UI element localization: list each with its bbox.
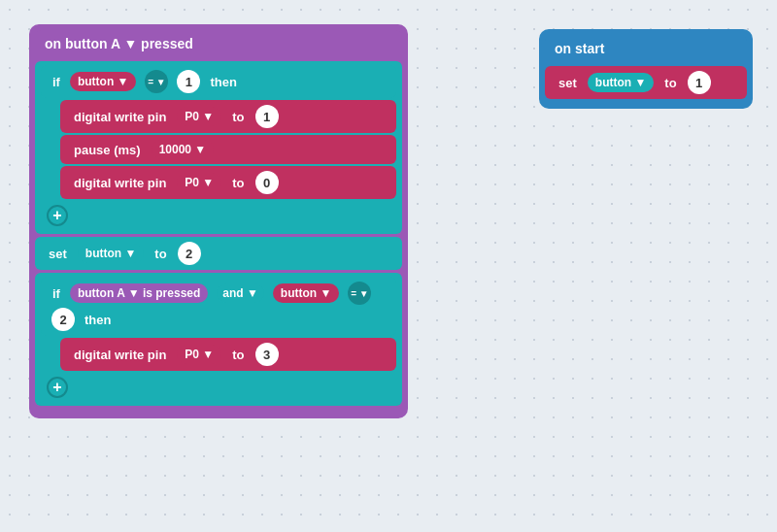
if-label-2: if [52,286,60,301]
value-1[interactable]: 1 [177,70,200,93]
if-body-1: digital write pin P0 ▼ to 1 pause (ms) 1… [60,100,396,199]
plus-row-2: + [41,373,396,402]
pin-p0-2[interactable]: P0 ▼ [177,173,221,192]
digital-write-2: digital write pin P0 ▼ to 0 [60,166,396,199]
on-start-header: on start [545,35,747,62]
set-var-pill[interactable]: button ▼ [78,244,145,263]
button-condition-pill[interactable]: button ▼ [70,72,137,91]
plus-row-1: + [41,201,396,230]
on-button-pressed-header[interactable]: on button A ▼ pressed [35,30,402,57]
add-block-btn-1[interactable]: + [47,205,68,226]
value-2[interactable]: 2 [51,308,75,331]
if-row-2: if button A ▼ is pressed and ▼ button ▼ … [41,277,396,336]
write-val-2[interactable]: 0 [255,171,279,194]
main-block: on button A ▼ pressed if button ▼ = ▼ 1 … [29,24,408,418]
if-row-1: if button ▼ = ▼ 1 then [41,65,396,98]
digital-write-1: digital write pin P0 ▼ to 1 [60,100,396,133]
if-body-2: digital write pin P0 ▼ to 3 [60,338,396,371]
pause-ms[interactable]: 10000 ▼ [152,140,215,159]
add-block-btn-2[interactable]: + [47,377,68,398]
pin-p0-3[interactable]: P0 ▼ [177,345,221,364]
on-start-val[interactable]: 1 [688,71,711,94]
button-a-pressed-pill[interactable]: button A ▼ is pressed [70,283,208,303]
eq-sign-2[interactable]: = ▼ [348,282,371,305]
if-block-2: if button A ▼ is pressed and ▼ button ▼ … [35,273,402,406]
write-val-3[interactable]: 3 [255,343,279,366]
header-label: on button A ▼ pressed [45,36,193,51]
eq-sign-1[interactable]: = ▼ [145,70,168,93]
then-label-1: then [210,75,236,89]
set-label: set [49,247,67,261]
on-start-to-label: to [664,76,676,90]
on-start-var-pill[interactable]: button ▼ [588,73,655,92]
on-start-set-label: set [558,76,577,90]
then-label-2: then [84,313,111,327]
and-pill[interactable]: and ▼ [217,283,264,303]
set-button-row: set button ▼ to 2 [35,237,402,270]
write-val-1[interactable]: 1 [255,105,279,128]
pin-p0-1[interactable]: P0 ▼ [177,107,221,126]
set-to-label: to [154,247,166,261]
pause-block: pause (ms) 10000 ▼ [60,135,396,164]
set-val[interactable]: 2 [178,242,201,265]
on-start-set-row: set button ▼ to 1 [545,66,747,99]
digital-write-3: digital write pin P0 ▼ to 3 [60,338,396,371]
button-cond2-pill[interactable]: button ▼ [273,283,340,303]
if-block-1: if button ▼ = ▼ 1 then digital write pin… [35,61,402,234]
if-label: if [52,75,60,89]
on-start-block: on start set button ▼ to 1 [539,29,753,109]
